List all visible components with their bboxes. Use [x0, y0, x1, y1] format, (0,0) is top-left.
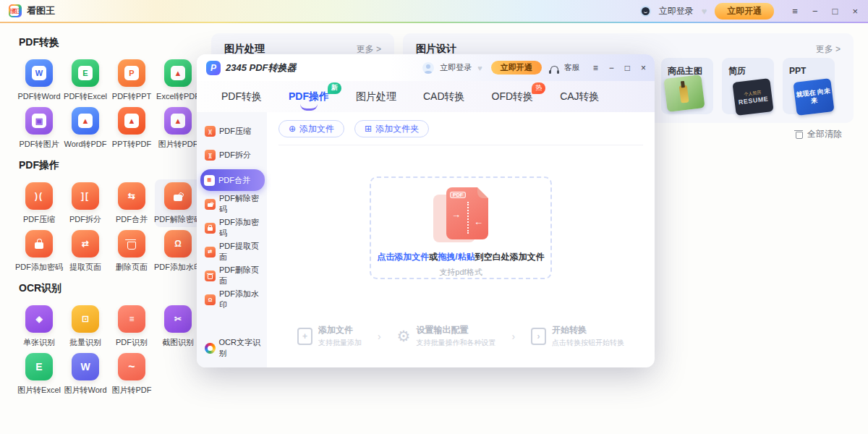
sidebar-item-pdf-to-image[interactable]: ▣ PDF转图片 — [16, 104, 62, 152]
scan-batch-icon: ⊡ — [72, 305, 99, 333]
nav-item-pdf-delete-pages[interactable]: PDF删除页面 — [201, 266, 264, 285]
design-card-ppt[interactable]: PPT 就现在 向未来 — [783, 58, 835, 114]
sidebar-item-image-to-pdf-ocr[interactable]: ~ 图片转PDF — [109, 350, 155, 398]
modal-tabs: PDF转换 PDF操作新 图片处理 CAD转换 OFD转换热 CAJ转换 — [197, 81, 655, 112]
step-start-convert: › 开始转换点击转换按钮开始转换 — [531, 324, 624, 348]
arrow-left-icon: ← — [474, 216, 483, 227]
design-card-resume[interactable]: 简历 个人简历 RESUME — [722, 58, 774, 114]
sidebar-item-pdf-remove-password[interactable]: PDF解除密码 — [155, 179, 201, 227]
tab-cad-convert[interactable]: CAD转换 — [423, 90, 465, 103]
design-card-product[interactable]: 商品主图 — [661, 58, 713, 114]
new-badge: 新 — [328, 82, 341, 94]
sidebar-item-image-to-pdf[interactable]: ▲ 图片转PDF — [155, 104, 201, 152]
arrow-right-icon: → — [451, 209, 461, 220]
add-file-button[interactable]: ⊕ 添加文件 — [278, 120, 344, 137]
sidebar-item-pdf-watermark[interactable]: Ω PDF添加水印 — [155, 227, 201, 275]
sidebar-item-pdf-split[interactable]: ][ PDF拆分 — [62, 179, 109, 227]
modal-upgrade-button[interactable]: 立即开通 — [491, 61, 542, 75]
sidebar-item-ocr-screenshot[interactable]: ✂ 截图识别 — [155, 302, 201, 350]
upgrade-button[interactable]: 立即开通 — [715, 3, 774, 20]
sidebar-item-word-to-pdf[interactable]: ▲ Word转PDF — [62, 104, 109, 152]
tab-image-processing[interactable]: 图片处理 — [356, 90, 396, 103]
section-title-ocr: OCR识别 — [19, 282, 203, 295]
watermark-icon: Ω — [205, 294, 216, 305]
merge-icon: ⊞ — [204, 175, 215, 186]
tab-ofd-convert[interactable]: OFD转换热 — [492, 90, 534, 103]
user-avatar[interactable] — [640, 6, 651, 17]
close-button[interactable]: × — [852, 6, 858, 17]
scan-single-icon: ◈ — [25, 305, 53, 333]
pdf-icon: ▲ — [164, 107, 192, 135]
minimize-button[interactable]: − — [812, 6, 818, 17]
word-icon: W — [25, 59, 53, 87]
add-file-icon: + — [297, 328, 312, 345]
modal-titlebar: P 2345 PDF转换器 立即登录 ♥ 立即开通 客服 ≡ − □ × — [197, 54, 655, 81]
excel-icon: E — [25, 353, 53, 380]
nav-item-pdf-watermark[interactable]: Ω PDF添加水印 — [201, 290, 264, 309]
nav-item-ocr-text[interactable]: OCR文字识别 — [205, 337, 267, 359]
more-link-image-processing[interactable]: 更多 > — [357, 43, 381, 56]
watermark-icon: Ω — [164, 230, 192, 258]
step-add-file: + 添加文件支持批量添加 — [297, 324, 362, 348]
converter-brand: 2345 PDF转换器 — [226, 61, 297, 75]
grid-pdf-operations: )( PDF压缩 ][ PDF拆分 ⇆ PDF合并 PDF解除密码 PDF添加密… — [16, 179, 203, 275]
sidebar-item-ocr-batch[interactable]: ⊡ 批量识别 — [62, 302, 109, 350]
sidebar-item-pdf-add-password[interactable]: PDF添加密码 — [16, 227, 62, 275]
split-icon: ][ — [72, 182, 99, 210]
modal-login-link[interactable]: 立即登录 — [440, 62, 472, 73]
nav-item-pdf-remove-password[interactable]: PDF解除密码 — [201, 195, 264, 213]
pdf-file-badge: PDF — [450, 192, 466, 198]
main-titlebar: 看图王 看图王 立即登录 ♥ 立即开通 ≡ − □ × — [0, 0, 868, 22]
pdf-icon: ▲ — [118, 107, 145, 135]
ppt-thumbnail: 就现在 向未来 — [793, 78, 834, 116]
nav-item-pdf-split[interactable]: ][ PDF拆分 — [201, 145, 264, 164]
customer-service-link[interactable]: 客服 — [564, 62, 580, 73]
folder-plus-icon: ⊞ — [365, 124, 372, 134]
lock-icon — [25, 230, 53, 258]
sidebar-item-extract-pages[interactable]: ⇄ 提取页面 — [62, 227, 109, 275]
sidebar-item-pdf-compress[interactable]: )( PDF压缩 — [16, 179, 62, 227]
sidebar-item-pdf-to-word[interactable]: W PDF转Word — [16, 56, 62, 104]
step-output-settings: ⚙ 设置输出配置支持批量操作和各种设置 — [397, 324, 496, 348]
dropzone-instruction: 点击添加文件或拖拽/粘贴到空白处添加文件 — [377, 251, 544, 263]
converter-logo-icon: P — [206, 61, 221, 75]
sidebar-item-excel-to-pdf[interactable]: ▲ Excel转PDF — [155, 56, 201, 104]
modal-minimize-button[interactable]: − — [609, 63, 614, 73]
sidebar-item-pdf-merge[interactable]: ⇆ PDF合并 — [109, 179, 155, 227]
maximize-button[interactable]: □ — [833, 6, 838, 17]
sidebar-item-ocr-single[interactable]: ◈ 单张识别 — [16, 302, 62, 350]
nav-item-pdf-compress[interactable]: )( PDF压缩 — [201, 122, 264, 140]
headset-icon[interactable] — [550, 66, 558, 72]
tab-pdf-operations[interactable]: PDF操作新 — [289, 90, 329, 103]
tab-caj-convert[interactable]: CAJ转换 — [560, 90, 599, 103]
section-title-pdf-convert: PDF转换 — [19, 36, 203, 49]
menu-button[interactable]: ≡ — [792, 6, 798, 17]
nav-item-pdf-merge[interactable]: ⊞ PDF合并 — [200, 169, 265, 191]
sidebar-item-ocr-pdf[interactable]: ≡ PDF识别 — [109, 302, 155, 350]
more-link-image-design[interactable]: 更多 > — [816, 43, 841, 56]
add-folder-button[interactable]: ⊞ 添加文件夹 — [354, 120, 429, 137]
pdf-wave-icon: ~ — [118, 353, 145, 380]
sidebar-item-image-to-word[interactable]: W 图片转Word — [62, 350, 109, 398]
sidebar-item-image-to-excel[interactable]: E 图片转Excel — [16, 350, 62, 398]
modal-maximize-button[interactable]: □ — [625, 63, 630, 73]
login-link[interactable]: 立即登录 — [659, 5, 694, 17]
vip-heart-icon[interactable]: ♥ — [702, 6, 707, 17]
sidebar-item-pdf-to-ppt[interactable]: P PDF转PPT — [109, 56, 155, 104]
modal-close-button[interactable]: × — [641, 63, 646, 73]
file-dropzone[interactable]: PDF → ← 点击添加文件或拖拽/粘贴到空白处添加文件 支持pdf格式 — [370, 176, 552, 279]
nav-item-pdf-add-password[interactable]: PDF添加密码 — [201, 218, 264, 237]
merge-icon: ⇆ — [118, 182, 145, 210]
modal-menu-button[interactable]: ≡ — [593, 63, 598, 73]
scan-pdf-icon: ≡ — [118, 305, 145, 333]
modal-user-avatar[interactable] — [422, 62, 434, 74]
sidebar-item-delete-pages[interactable]: 删除页面 — [109, 227, 155, 275]
clear-all-button[interactable]: 全部清除 — [796, 128, 842, 140]
tab-pdf-convert[interactable]: PDF转换 — [221, 90, 262, 103]
modal-content: ⊕ 添加文件 ⊞ 添加文件夹 PDF → ← — [267, 112, 655, 367]
sidebar-item-pdf-to-excel[interactable]: E PDF转Excel — [62, 56, 109, 104]
nav-item-pdf-extract-pages[interactable]: ⇄ PDF提取页面 — [201, 242, 264, 261]
modal-vip-heart-icon[interactable]: ♥ — [477, 64, 482, 72]
app-logo-icon: 看图王 — [9, 4, 22, 17]
sidebar-item-ppt-to-pdf[interactable]: ▲ PPT转PDF — [109, 104, 155, 152]
